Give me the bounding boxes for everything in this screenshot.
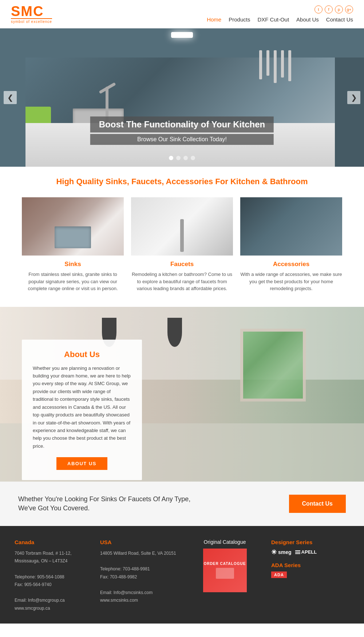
logo: SMC symbol of excellence — [11, 4, 52, 24]
accessories-image — [240, 197, 342, 256]
slider-dot-1[interactable] — [169, 156, 173, 160]
footer-catalogue: Original Catalogue ORDER CATALOGUE — [186, 539, 264, 613]
apell-label: APELL — [301, 549, 317, 555]
pinterest-icon[interactable]: p — [335, 5, 343, 13]
smeg-asterisk-icon: ✳ — [271, 548, 277, 556]
nav-home[interactable]: Home — [207, 16, 221, 23]
cta-text: Whether You're Looking For Sinks Or Fauc… — [18, 495, 193, 513]
smeg-label: smeg — [278, 549, 292, 555]
footer-usa-website[interactable]: www.smcsinks.com — [100, 598, 138, 603]
nav-about[interactable]: About Us — [296, 16, 319, 23]
footer-usa: USA 14805 Willard Road, Suite E, VA 2015… — [100, 539, 178, 613]
footer-canada-website[interactable]: www.smcgroup.ca — [15, 606, 50, 611]
footer-usa-title: USA — [100, 539, 178, 545]
catalogue-logo — [216, 568, 234, 579]
ada-series-title: ADA Series — [271, 562, 349, 568]
nav-dxf[interactable]: DXF Cut-Out — [257, 16, 289, 23]
logo-text: SMC — [11, 4, 52, 18]
cta-section: Whether You're Looking For Sinks Or Fauc… — [0, 482, 364, 526]
sinks-desc: From stainless steel sinks, granite sink… — [22, 271, 124, 292]
smeg-brand: ✳ smeg — [271, 548, 292, 556]
navigation: Home Products DXF Cut-Out About Us Conta… — [207, 16, 353, 23]
slider-next-button[interactable]: ❯ — [347, 91, 360, 104]
product-card-accessories: Accessories With a wide range of accesso… — [240, 197, 342, 292]
slider-dot-2[interactable] — [176, 156, 181, 160]
hero-title: Boost The Functionality of Your Kitchen — [90, 116, 274, 132]
catalogue-image[interactable]: ORDER CATALOGUE — [203, 549, 247, 592]
facebook-icon[interactable]: f — [325, 5, 333, 13]
hero-subtitle: Browse Our Sink Collection Today! — [90, 134, 274, 145]
social-icons: t f p g+ — [314, 5, 353, 13]
about-title: About Us — [33, 350, 131, 359]
faucets-desc: Remodeling a kitchen or bathroom? Come t… — [131, 271, 233, 292]
about-text: Whether you are planning a renovation or… — [33, 364, 131, 450]
slider-dot-4[interactable] — [191, 156, 195, 160]
accessories-desc: With a wide range of accessories, we mak… — [240, 271, 342, 292]
footer-canada-title: Canada — [15, 539, 93, 545]
product-card-sinks: Sinks From stainless steel sinks, granit… — [22, 197, 124, 292]
product-card-faucets: Faucets Remodeling a kitchen or bathroom… — [131, 197, 233, 292]
logo-tagline: symbol of excellence — [11, 18, 52, 24]
sinks-title[interactable]: Sinks — [22, 261, 124, 268]
hero-text: Boost The Functionality of Your Kitchen … — [90, 116, 274, 145]
about-section: About Us Whether you are planning a reno… — [0, 307, 364, 482]
footer: Canada 7040 Torbram Road, # 11-12, Missi… — [0, 526, 364, 624]
faucets-image — [131, 197, 233, 256]
tagline: High Quality Sinks, Faucets, Accessories… — [0, 167, 364, 194]
hero-kitchen-image — [0, 28, 364, 167]
nav-products[interactable]: Products — [229, 16, 250, 23]
ada-badge: ADA — [271, 571, 287, 578]
footer-canada-details: 7040 Torbram Road, # 11-12, Mississauga,… — [15, 550, 93, 613]
footer-canada: Canada 7040 Torbram Road, # 11-12, Missi… — [15, 539, 93, 613]
hero-slider: ❮ ❯ Boost The Functionality of Your Kitc… — [0, 28, 364, 167]
about-box: About Us Whether you are planning a reno… — [22, 340, 142, 480]
accessories-title[interactable]: Accessories — [240, 261, 342, 268]
about-button[interactable]: ABOUT US — [56, 457, 107, 470]
slider-dots — [169, 156, 195, 160]
slider-prev-button[interactable]: ❮ — [4, 91, 17, 104]
contact-us-button[interactable]: Contact Us — [289, 495, 346, 513]
products-section: Sinks From stainless steel sinks, granit… — [0, 194, 364, 307]
footer-brands: Designer Series ✳ smeg APELL ADA Series … — [271, 539, 349, 613]
apell-brand: APELL — [295, 549, 317, 555]
nav-contact[interactable]: Contact Us — [326, 16, 353, 23]
header-right: t f p g+ Home Products DXF Cut-Out About… — [207, 5, 353, 23]
footer-usa-details: 14805 Willard Road, Suite E, VA 20151 Te… — [100, 550, 178, 605]
brand-logos: ✳ smeg APELL — [271, 548, 349, 556]
google-plus-icon[interactable]: g+ — [345, 5, 353, 13]
header: SMC symbol of excellence t f p g+ Home P… — [0, 0, 364, 28]
catalogue-label: ORDER CATALOGUE — [204, 562, 246, 566]
faucets-title[interactable]: Faucets — [131, 261, 233, 268]
apell-lines-icon — [295, 550, 300, 554]
slider-dot-3[interactable] — [183, 156, 188, 160]
twitter-icon[interactable]: t — [314, 5, 323, 13]
designer-series-title: Designer Series — [271, 539, 349, 545]
catalogue-title: Original Catalogue — [204, 539, 246, 545]
sinks-image — [22, 197, 124, 256]
